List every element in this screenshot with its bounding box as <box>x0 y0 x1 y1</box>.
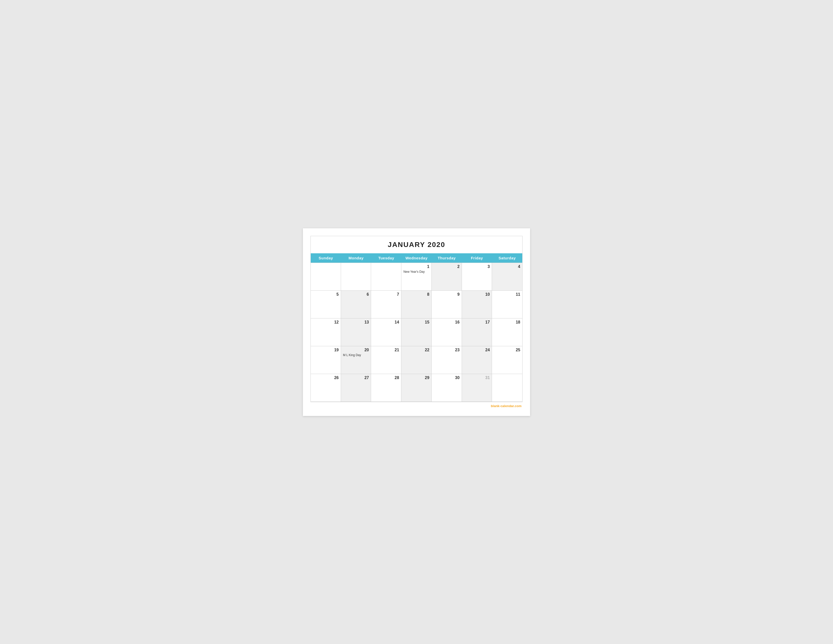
day-number: 24 <box>464 348 490 352</box>
event-text: New Year's Day <box>404 270 429 274</box>
day-number: 3 <box>464 264 490 269</box>
day-cell: 24 <box>462 346 492 374</box>
day-cell: 19 <box>311 346 341 374</box>
day-number: 30 <box>434 375 460 380</box>
day-cell: 6 <box>341 291 371 319</box>
day-number: 19 <box>313 348 339 352</box>
watermark: blank-calendar.com <box>310 402 523 408</box>
day-number: 20 <box>343 348 369 352</box>
day-number: 6 <box>343 292 369 297</box>
day-number: 15 <box>404 320 429 325</box>
day-cell: 8 <box>401 291 432 319</box>
day-cell: 12 <box>311 319 341 346</box>
day-number: 4 <box>494 264 520 269</box>
day-number: 8 <box>404 292 429 297</box>
header-cell-wednesday: Wednesday <box>401 253 432 262</box>
header-cell-friday: Friday <box>462 253 492 262</box>
day-cell: 7 <box>371 291 401 319</box>
day-number: 5 <box>313 292 339 297</box>
day-number: 28 <box>373 375 399 380</box>
day-cell: 2 <box>432 263 462 291</box>
day-cell: 5 <box>311 291 341 319</box>
day-number: 27 <box>343 375 369 380</box>
day-cell: 30 <box>432 374 462 402</box>
day-number: 7 <box>373 292 399 297</box>
day-cell: 15 <box>401 319 432 346</box>
day-number: 18 <box>494 320 520 325</box>
header-cell-tuesday: Tuesday <box>371 253 401 262</box>
day-cell: 9 <box>432 291 462 319</box>
day-cell: 20M L King Day <box>341 346 371 374</box>
day-number: 2 <box>434 264 460 269</box>
day-number: 1 <box>404 264 429 269</box>
day-cell: 27 <box>341 374 371 402</box>
calendar-header: SundayMondayTuesdayWednesdayThursdayFrid… <box>311 253 522 262</box>
day-cell: 29 <box>401 374 432 402</box>
calendar-container: JANUARY 2020 SundayMondayTuesdayWednesda… <box>310 236 523 402</box>
day-cell: 21 <box>371 346 401 374</box>
day-number: 31 <box>464 375 490 380</box>
day-cell: 16 <box>432 319 462 346</box>
calendar-title: JANUARY 2020 <box>311 236 522 253</box>
day-cell: 25 <box>492 346 522 374</box>
day-number: 14 <box>373 320 399 325</box>
day-number: 23 <box>434 348 460 352</box>
header-cell-monday: Monday <box>341 253 371 262</box>
day-number: 9 <box>434 292 460 297</box>
header-cell-sunday: Sunday <box>311 253 341 262</box>
day-number: 16 <box>434 320 460 325</box>
day-cell: 28 <box>371 374 401 402</box>
day-cell: 26 <box>311 374 341 402</box>
day-number: 26 <box>313 375 339 380</box>
day-cell: 14 <box>371 319 401 346</box>
day-cell: 4 <box>492 263 522 291</box>
day-cell: 23 <box>432 346 462 374</box>
header-cell-thursday: Thursday <box>432 253 462 262</box>
day-cell: 31 <box>462 374 492 402</box>
day-cell: 3 <box>462 263 492 291</box>
header-cell-saturday: Saturday <box>492 253 522 262</box>
day-number: 10 <box>464 292 490 297</box>
day-number: 25 <box>494 348 520 352</box>
calendar-page: JANUARY 2020 SundayMondayTuesdayWednesda… <box>303 228 530 416</box>
day-cell: 18 <box>492 319 522 346</box>
day-number: 29 <box>404 375 429 380</box>
day-cell <box>311 263 341 291</box>
day-cell: 1New Year's Day <box>401 263 432 291</box>
day-number: 11 <box>494 292 520 297</box>
day-cell <box>371 263 401 291</box>
event-text: M L King Day <box>343 353 369 357</box>
day-number: 17 <box>464 320 490 325</box>
day-number: 13 <box>343 320 369 325</box>
day-cell <box>341 263 371 291</box>
day-number: 21 <box>373 348 399 352</box>
day-cell: 22 <box>401 346 432 374</box>
day-number: 12 <box>313 320 339 325</box>
day-cell: 10 <box>462 291 492 319</box>
day-cell: 11 <box>492 291 522 319</box>
day-cell: 17 <box>462 319 492 346</box>
day-cell <box>492 374 522 402</box>
day-cell: 13 <box>341 319 371 346</box>
day-number: 22 <box>404 348 429 352</box>
calendar-grid: 1New Year's Day2345678910111213141516171… <box>311 262 522 402</box>
